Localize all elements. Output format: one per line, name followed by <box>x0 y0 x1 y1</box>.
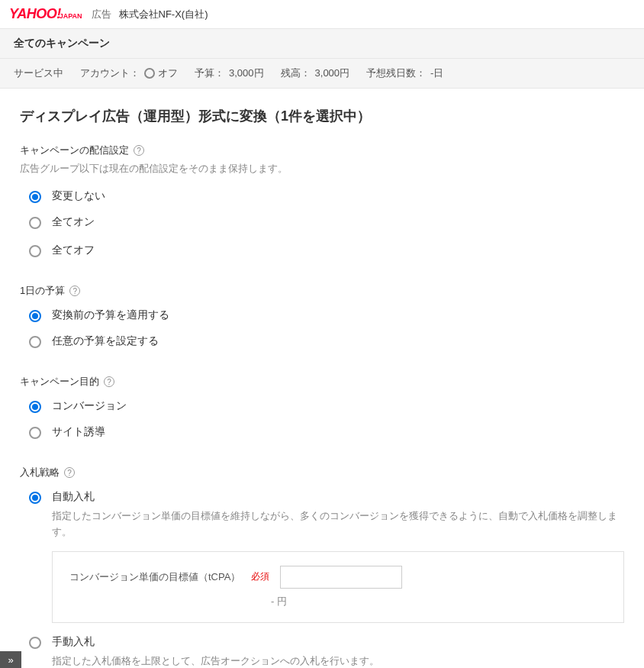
bidding-label-row: 入札戦略 ? <box>20 466 624 479</box>
purpose-section-label: キャンペーン目的 <box>20 375 99 389</box>
budget-radio-set-custom[interactable]: 任意の予算を設定する <box>29 328 624 357</box>
purpose-radio-conversion[interactable]: コンバージョン <box>29 393 624 419</box>
help-icon[interactable]: ? <box>134 145 144 156</box>
main-content: ディスプレイ広告（運用型）形式に変換（1件を選択中） キャンペーンの配信設定 ?… <box>0 89 644 668</box>
radio-icon <box>29 427 41 439</box>
bidding-section: 入札戦略 ? 自動入札 指定したコンバージョン単価の目標値を維持しながら、多くの… <box>20 466 624 668</box>
tcpa-input[interactable] <box>280 566 402 589</box>
yahoo-logo: YAHOO! JAPAN <box>9 6 82 22</box>
account-toggle[interactable]: オフ <box>144 66 178 80</box>
breadcrumb-title: 全てのキャンペーン <box>14 37 110 49</box>
help-icon[interactable]: ? <box>64 467 75 478</box>
delivery-radio-group: 変更しない 全てオン 全てオフ <box>20 183 624 266</box>
budget-section-label: 1日の予算 <box>20 284 65 298</box>
delivery-desc: 広告グループ以下は現在の配信設定をそのまま保持します。 <box>20 162 624 176</box>
radio-label: サイト誘導 <box>52 425 105 437</box>
balance-label: 残高： <box>281 66 311 80</box>
bidding-auto-desc: 指定したコンバージョン単価の目標値を維持しながら、多くのコンバージョンを獲得でき… <box>52 508 624 541</box>
radio-label: 自動入札 <box>52 490 95 502</box>
purpose-section: キャンペーン目的 ? コンバージョン サイト誘導 <box>20 375 624 447</box>
delivery-section: キャンペーンの配信設定 ? 広告グループ以下は現在の配信設定をそのまま保持します… <box>20 144 624 266</box>
delivery-radio-all-off[interactable]: 全てオフ <box>29 237 624 266</box>
account-status: アカウント： オフ <box>80 66 178 80</box>
bidding-manual-desc: 指定した入札価格を上限として、広告オークションへの入札を行います。 <box>52 653 624 668</box>
budget-label: 予算： <box>195 66 224 80</box>
balance-status: 残高： 3,000円 <box>281 66 350 80</box>
help-icon[interactable]: ? <box>69 286 80 296</box>
logo-ad-text: 広告 <box>92 8 111 21</box>
radio-label: 全てオフ <box>52 244 95 256</box>
logo-main-text: YAHOO! <box>9 6 61 22</box>
purpose-radio-group: コンバージョン サイト誘導 <box>20 393 624 447</box>
required-badge: 必須 <box>251 570 269 583</box>
days-value: -日 <box>430 66 443 80</box>
radio-label: 任意の予算を設定する <box>52 334 159 347</box>
company-name: 株式会社NF-X(自社) <box>119 8 208 21</box>
radio-label: 全てオン <box>52 215 95 228</box>
radio-label: 変換前の予算を適用する <box>52 308 169 321</box>
purpose-radio-site-visit[interactable]: サイト誘導 <box>29 419 624 447</box>
circle-icon <box>144 68 155 79</box>
delivery-label: キャンペーンの配信設定 <box>20 144 129 157</box>
radio-label: コンバージョン <box>52 399 127 411</box>
radio-icon <box>29 217 41 229</box>
tcpa-panel: コンバージョン単価の目標値（tCPA） 必須 - 円 <box>52 551 624 623</box>
expand-tab[interactable]: » <box>0 651 21 668</box>
radio-icon <box>29 245 41 257</box>
delivery-radio-no-change[interactable]: 変更しない <box>29 183 624 209</box>
purpose-label-row: キャンペーン目的 ? <box>20 375 624 389</box>
days-label: 予想残日数： <box>366 66 426 80</box>
chevrons-icon: » <box>8 654 13 666</box>
radio-icon <box>29 310 41 322</box>
bidding-radio-manual[interactable]: 手動入札 指定した入札価格を上限として、広告オークションへの入札を行います。 <box>29 629 624 668</box>
radio-icon <box>29 191 41 203</box>
budget-radio-apply-prev[interactable]: 変換前の予算を適用する <box>29 302 624 328</box>
radio-icon <box>29 492 41 504</box>
budget-radio-group: 変換前の予算を適用する 任意の予算を設定する <box>20 302 624 357</box>
budget-label-row: 1日の予算 ? <box>20 284 624 298</box>
service-status-text: サービス中 <box>14 66 63 80</box>
radio-icon <box>29 401 41 413</box>
tcpa-row: コンバージョン単価の目標値（tCPA） 必須 <box>69 566 607 589</box>
budget-status: 予算： 3,000円 <box>195 66 264 80</box>
breadcrumb-bar: 全てのキャンペーン <box>0 29 644 59</box>
bidding-section-label: 入札戦略 <box>20 466 60 479</box>
delivery-radio-all-on[interactable]: 全てオン <box>29 209 624 237</box>
budget-value: 3,000円 <box>229 66 264 80</box>
radio-icon <box>29 637 41 649</box>
tcpa-label: コンバージョン単価の目標値（tCPA） <box>69 570 240 584</box>
budget-section: 1日の予算 ? 変換前の予算を適用する 任意の予算を設定する <box>20 284 624 357</box>
service-status: サービス中 <box>14 66 63 80</box>
page-title: ディスプレイ広告（運用型）形式に変換（1件を選択中） <box>20 107 624 125</box>
radio-label: 変更しない <box>52 189 105 202</box>
bidding-radio-group: 自動入札 指定したコンバージョン単価の目標値を維持しながら、多くのコンバージョン… <box>20 484 624 668</box>
days-status: 予想残日数： -日 <box>366 66 443 80</box>
help-icon[interactable]: ? <box>104 376 114 387</box>
tcpa-unit: - 円 <box>69 595 607 608</box>
radio-label: 手動入札 <box>52 635 95 647</box>
delivery-label-row: キャンペーンの配信設定 ? <box>20 144 624 157</box>
radio-icon <box>29 336 41 348</box>
app-header: YAHOO! JAPAN 広告 株式会社NF-X(自社) <box>0 0 644 29</box>
account-state-text: オフ <box>158 66 178 80</box>
balance-value: 3,000円 <box>315 66 350 80</box>
bidding-radio-auto[interactable]: 自動入札 指定したコンバージョン単価の目標値を維持しながら、多くのコンバージョン… <box>29 484 624 629</box>
status-bar: サービス中 アカウント： オフ 予算： 3,000円 残高： 3,000円 予想… <box>0 59 644 89</box>
account-label: アカウント： <box>80 66 140 80</box>
logo-sub-text: JAPAN <box>60 12 82 20</box>
